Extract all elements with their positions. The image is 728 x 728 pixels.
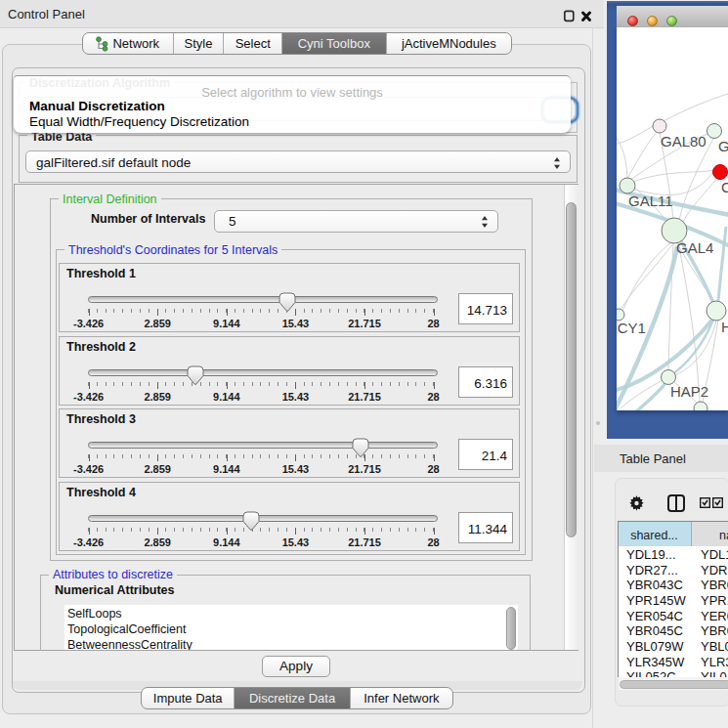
svg-text:G.: G. <box>718 138 728 154</box>
svg-text:GAL4: GAL4 <box>676 239 713 256</box>
svg-text:HAP2: HAP2 <box>670 383 708 400</box>
svg-text:C: C <box>721 179 728 195</box>
svg-text:GAL11: GAL11 <box>628 193 673 209</box>
svg-text:GCY1: GCY1 <box>617 320 646 336</box>
svg-text:GAL80: GAL80 <box>661 133 707 150</box>
svg-text:H: H <box>721 319 728 335</box>
